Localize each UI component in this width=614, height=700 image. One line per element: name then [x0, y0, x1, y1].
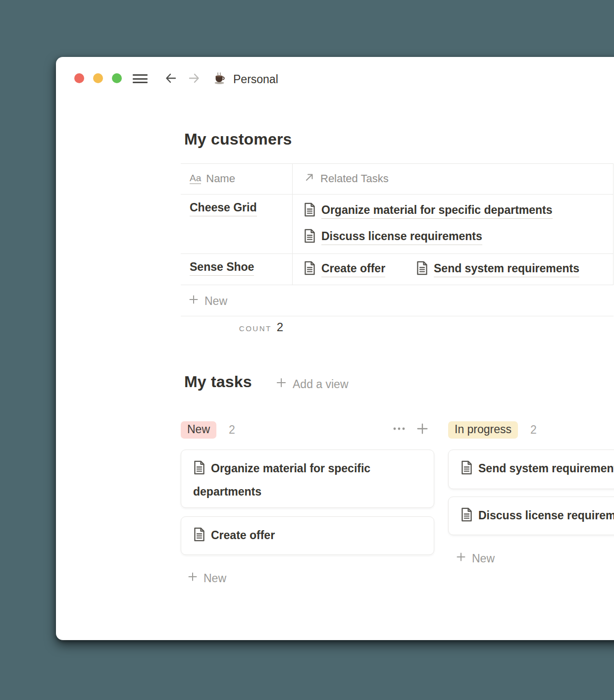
board-add-card-button[interactable]: New [187, 571, 226, 586]
column-more-options-icon[interactable] [392, 423, 407, 437]
column-add-card-icon[interactable] [415, 422, 429, 438]
task-card-title: Create offer [211, 529, 275, 542]
page-doc-icon [193, 464, 205, 477]
back-arrow-icon[interactable] [164, 71, 178, 85]
relation-arrow-icon [304, 171, 315, 186]
page-doc-icon [416, 261, 428, 277]
related-task-mention[interactable]: Create offer [304, 261, 385, 277]
status-badge-in-progress[interactable]: In progress [448, 421, 518, 439]
column-card-count: 2 [530, 423, 537, 437]
forward-arrow-icon[interactable] [187, 71, 201, 85]
board-add-card-button[interactable]: New [455, 551, 495, 566]
page-doc-icon [460, 511, 473, 524]
related-task-mention[interactable]: Organize material for specific departmen… [304, 202, 553, 219]
column-card-count: 2 [229, 423, 235, 437]
app-window: Personal My customers Aa Name Related Ta… [56, 57, 614, 640]
task-card-title: Organize material for specific departmen… [193, 462, 370, 498]
breadcrumb-workspace[interactable]: Personal [212, 71, 278, 88]
column-header-name[interactable]: Aa Name [190, 163, 235, 194]
column-header-name-label: Name [206, 172, 235, 185]
page-doc-icon [304, 261, 316, 277]
breadcrumb-title: Personal [233, 73, 278, 86]
related-task-mention[interactable]: Send system requirements [416, 261, 579, 277]
status-badge-new[interactable]: New [181, 421, 216, 439]
plus-icon [188, 294, 200, 308]
board-column-header-in-progress: In progress 2 [448, 420, 614, 439]
task-card[interactable]: Create offer [181, 516, 434, 555]
task-card-title: Send system requirements [478, 462, 614, 475]
table-row-cell-name[interactable]: Cheese Grid [190, 201, 257, 216]
zoom-window-button[interactable] [112, 73, 122, 83]
task-card[interactable]: Organize material for specific departmen… [181, 450, 434, 508]
table-row-cell-name[interactable]: Sense Shoe [190, 260, 254, 276]
column-header-related-tasks-label: Related Tasks [320, 172, 389, 185]
column-header-related-tasks[interactable]: Related Tasks [304, 163, 389, 194]
customers-table: Aa Name Related Tasks Cheese Grid Organi… [181, 163, 614, 316]
task-card-title: Discuss license requirements [478, 509, 614, 522]
page-doc-icon [193, 531, 205, 544]
page-doc-icon [460, 464, 473, 477]
page-doc-icon [304, 202, 316, 219]
title-aa-icon: Aa [190, 173, 201, 184]
add-view-button[interactable]: Add a view [275, 376, 349, 392]
task-card[interactable]: Discuss license requirements [448, 497, 614, 535]
tasks-db-title: My tasks [184, 373, 252, 391]
coffee-cup-icon [212, 71, 227, 88]
sidebar-menu-icon[interactable] [133, 74, 148, 83]
board-column-header-new: New 2 [181, 420, 434, 439]
page-doc-icon [304, 229, 316, 245]
table-count-aggregate[interactable]: COUNT2 [181, 320, 283, 334]
table-add-new-row-button[interactable]: New [188, 294, 227, 308]
close-window-button[interactable] [74, 73, 84, 83]
plus-icon [187, 571, 199, 586]
plus-icon [275, 376, 288, 392]
related-task-mention[interactable]: Discuss license requirements [304, 229, 482, 245]
customers-db-title: My customers [184, 130, 292, 149]
task-card[interactable]: Send system requirements [448, 450, 614, 489]
plus-icon [455, 551, 467, 566]
minimize-window-button[interactable] [93, 73, 103, 83]
